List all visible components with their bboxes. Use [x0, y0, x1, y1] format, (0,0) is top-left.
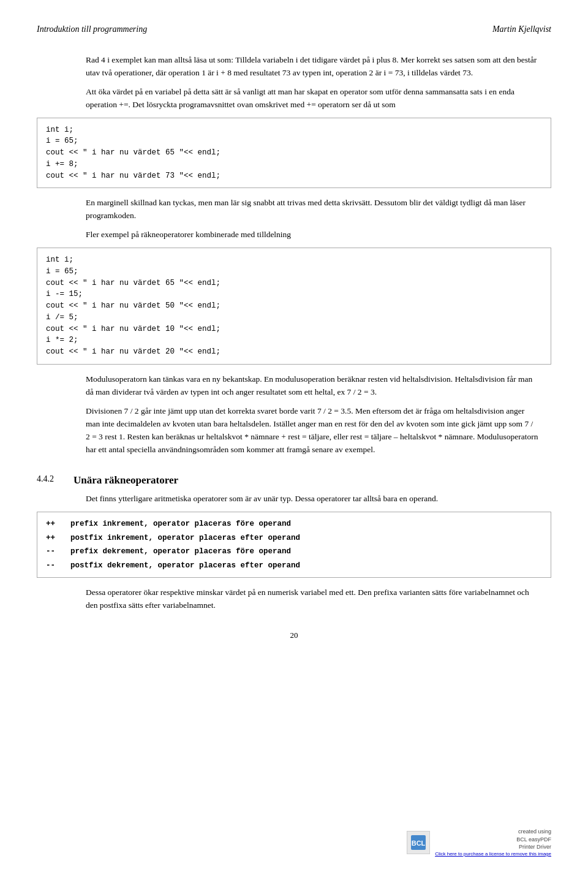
operator-row: ++prefix inkrement, operator placeras fö…	[46, 517, 542, 531]
section-intro-text: Det finns ytterligare aritmetiska operat…	[86, 493, 539, 506]
operators-table: ++prefix inkrement, operator placeras fö…	[37, 512, 551, 578]
operator-symbol: --	[46, 545, 70, 559]
operator-description: prefix dekrement, operator placeras före…	[70, 545, 291, 559]
svg-text:BCL: BCL	[412, 839, 426, 847]
code-block-2: int i; i = 65; cout << " i har nu värdet…	[37, 248, 551, 365]
section-outro-text: Dessa operatorer ökar respektive minskar…	[86, 586, 539, 612]
bcl-link[interactable]: Click here to purchase a license to remo…	[435, 851, 551, 857]
paragraph-5: Modulusoperatorn kan tänkas vara en ny b…	[86, 373, 539, 399]
body-content-3: Modulusoperatorn kan tänkas vara en ny b…	[86, 373, 539, 456]
paragraph-6: Divisionen 7 / 2 går inte jämt upp utan …	[86, 405, 539, 456]
paragraph-1: Rad 4 i exemplet kan man alltså läsa ut …	[86, 54, 539, 80]
bcl-product-name: BCL easyPDF	[435, 836, 551, 844]
operator-description: prefix inkrement, operator placeras före…	[70, 517, 291, 531]
operator-description: postfix inkrement, operator placeras eft…	[70, 531, 300, 545]
footer-badge: BCL created using BCL easyPDF Printer Dr…	[407, 823, 551, 857]
section-header: 4.4.2 Unära räkneoperatorer	[37, 474, 551, 487]
bcl-product-type: Printer Driver	[435, 843, 551, 851]
bcl-logo-icon: BCL	[410, 834, 427, 851]
operator-row: ++postfix inkrement, operator placeras e…	[46, 531, 542, 545]
page: Introduktion till programmering Martin K…	[0, 0, 588, 875]
section-outro: Dessa operatorer ökar respektive minskar…	[86, 586, 539, 612]
bcl-badge: BCL created using BCL easyPDF Printer Dr…	[407, 828, 551, 857]
bcl-icon: BCL	[407, 831, 430, 854]
operator-symbol: ++	[46, 517, 70, 531]
body-content: Rad 4 i exemplet kan man alltså läsa ut …	[86, 54, 539, 112]
paragraph-2: Att öka värdet på en variabel på detta s…	[86, 86, 539, 112]
section-title: Unära räkneoperatorer	[74, 474, 178, 487]
operator-row: --postfix dekrement, operator placeras e…	[46, 559, 542, 573]
body-content-2: En marginell skillnad kan tyckas, men ma…	[86, 197, 539, 241]
operator-symbol: ++	[46, 531, 70, 545]
bcl-text-block: created using BCL easyPDF Printer Driver…	[435, 828, 551, 857]
paragraph-3: En marginell skillnad kan tyckas, men ma…	[86, 197, 539, 222]
bcl-created-using: created using	[435, 828, 551, 836]
page-header: Introduktion till programmering Martin K…	[37, 25, 551, 34]
header-left: Introduktion till programmering	[37, 25, 147, 34]
operator-row: --prefix dekrement, operator placeras fö…	[46, 545, 542, 559]
section-number: 4.4.2	[37, 474, 74, 484]
page-number: 20	[37, 631, 551, 640]
header-right: Martin Kjellqvist	[492, 25, 551, 34]
code-block-1: int i; i = 65; cout << " i har nu värdet…	[37, 118, 551, 189]
operator-symbol: --	[46, 559, 70, 573]
section-intro: Det finns ytterligare aritmetiska operat…	[86, 493, 539, 506]
paragraph-4: Fler exempel på räkneoperatorer kombiner…	[86, 229, 539, 241]
operator-description: postfix dekrement, operator placeras eft…	[70, 559, 300, 573]
